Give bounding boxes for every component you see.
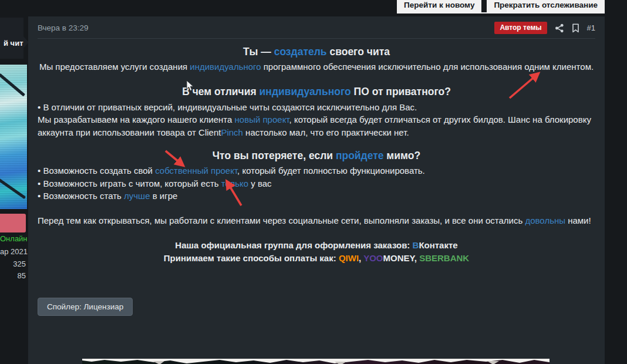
forum-thread-page: { "colors": { "page_bg": "#16191c", "pos… [0,0,627,364]
link-new-project[interactable]: новый проект [235,114,289,124]
join-date: ар 2021 [0,247,26,256]
lose-item-1: • Возможность создать свой собственный п… [38,164,595,177]
difference-item-1: • В отличии от приватных версий, индивид… [38,101,595,114]
spoiler-toggle-button[interactable]: Спойлер: Лицензиар [38,298,133,316]
post-banner-image[interactable] [82,359,550,364]
post-header: Вчера в 23:29 Автор темы #1 [28,16,605,38]
paragraph-history: Перед тем как открываться, мы работали с… [38,214,595,227]
heading-difference: В чем отличия индивидуального ПО от прив… [38,85,595,98]
payment-methods-line: Принимаем такие способы оплаты как: QIWI… [38,252,595,265]
thread-action-bar: Перейти к новому Прекратить отслеживание [397,0,605,14]
link-own-project[interactable]: собственный проект [155,166,237,176]
lose-list: • Возможность создать свой собственный п… [38,164,595,203]
payment-yoomoney-money: MONEY [383,253,414,263]
payment-qiwi: QIWI [339,253,359,263]
link-creator[interactable]: создатель [274,46,327,58]
post-header-divider [38,38,595,39]
link-better[interactable]: лучше [124,191,150,201]
heading-lose: Что вы потеряете, если пройдете мимо? [38,149,595,162]
link-only[interactable]: только [221,178,248,188]
spoiler-row: Спойлер: Лицензиар [38,298,595,316]
post: Вчера в 23:29 Автор темы #1 [28,16,605,364]
post-number-link[interactable]: #1 [587,23,595,32]
payment-sberbank: SBERBANK [419,253,469,263]
link-satisfied[interactable]: довольны [525,215,565,225]
difference-item-2: Мы разрабатываем на каждого нашего клиен… [38,113,595,126]
bookmark-icon[interactable] [572,23,579,33]
lose-item-3: • Возможность стать лучше в игре [38,190,595,203]
link-pass-by[interactable]: пройдете [336,150,384,161]
user-title-text: й чит [4,39,23,48]
difference-list: • В отличии от приватных версий, индивид… [38,101,595,139]
link-vkontakte[interactable]: В [413,240,419,250]
avatar[interactable] [0,65,27,209]
online-status: Онлайн [0,234,26,243]
share-icon[interactable] [555,23,564,33]
link-individual-2[interactable]: индивидуального [259,86,351,97]
avatar-art-streak [0,73,25,97]
link-individual[interactable]: индивидуального [190,62,261,72]
user-group-badge [0,214,26,232]
official-group-line: Наша официальная группа для оформления з… [38,239,595,252]
messages-count: 325 [0,259,26,268]
reactions-count: 85 [0,271,26,280]
thread-author-badge: Автор темы [494,22,547,34]
link-clientpinch[interactable]: Pinch [221,127,243,137]
stop-watching-button[interactable]: Прекратить отслеживание [487,0,605,12]
avatar-art-streak [0,177,26,199]
difference-item-3: аккаунта при использовании товара от Cli… [38,126,595,139]
lose-item-2: • Возможность играть с читом, который ес… [38,177,595,190]
post-timestamp[interactable]: Вчера в 23:29 [38,23,89,32]
user-title-banner: й чит [0,18,23,59]
heading-creator: Ты — создатель своего чита [38,45,595,58]
payment-yoomoney-yoo: YOO [363,253,383,263]
jump-to-new-button[interactable]: Перейти к новому [397,0,481,12]
paragraph-services: Мы предоставляем услуги создания индивид… [38,60,595,73]
post-body: Ты — создатель своего чита Мы предоставл… [28,45,605,364]
